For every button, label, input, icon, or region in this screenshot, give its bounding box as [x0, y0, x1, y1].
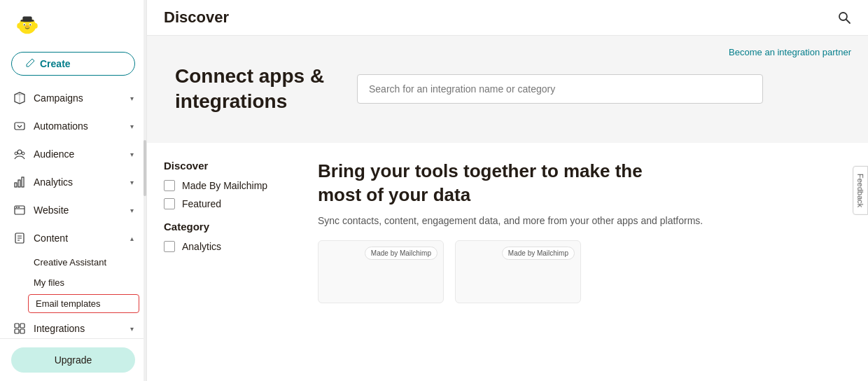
svg-rect-11: [15, 123, 24, 130]
svg-point-7: [17, 23, 21, 29]
svg-rect-16: [18, 180, 20, 187]
main-content: Discover Become an integration partner C…: [147, 0, 868, 381]
website-chevron-icon: ▾: [130, 207, 134, 214]
integrations-chevron-icon: ▾: [130, 325, 134, 333]
sidebar-item-content[interactable]: Content ▴: [0, 224, 146, 252]
top-bar: Discover: [147, 0, 868, 36]
scrollbar-thumb[interactable]: [144, 140, 146, 196]
filter-panel: Discover Made By Mailchimp Featured Cate…: [147, 160, 301, 381]
svg-point-5: [29, 25, 31, 26]
main-panel-heading: Bring your tools together to make the mo…: [318, 160, 668, 207]
content-area: Become an integration partner Connect ap…: [147, 36, 868, 381]
filter-analytics[interactable]: Analytics: [164, 241, 284, 252]
analytics-icon: [13, 175, 27, 189]
website-icon: [13, 203, 27, 217]
svg-point-14: [22, 152, 24, 155]
sidebar-item-audience[interactable]: Audience ▾: [0, 140, 146, 168]
content-icon: [13, 231, 27, 245]
sidebar-subitem-email-templates[interactable]: Email templates: [28, 294, 139, 313]
audience-icon: [13, 147, 27, 161]
sidebar-bottom: Upgrade: [0, 338, 146, 381]
made-by-badge-2: Made by Mailchimp: [502, 247, 575, 260]
upgrade-button[interactable]: Upgrade: [11, 347, 135, 373]
integration-card-2[interactable]: Made by Mailchimp: [455, 240, 581, 303]
sidebar-item-integrations[interactable]: Integrations ▾: [0, 314, 146, 338]
discover-filter-heading: Discover: [164, 160, 284, 172]
svg-point-19: [16, 207, 18, 208]
filter-made-by-mailchimp[interactable]: Made By Mailchimp: [164, 180, 284, 191]
hero-heading: Connect apps & integrations: [175, 64, 329, 115]
filter-featured[interactable]: Featured: [164, 198, 284, 209]
analytics-checkbox[interactable]: [164, 241, 175, 252]
integration-card-1[interactable]: Made by Mailchimp: [318, 240, 444, 303]
sidebar-item-campaigns[interactable]: Campaigns ▾: [0, 84, 146, 112]
hero-section: Become an integration partner Connect ap…: [147, 36, 868, 143]
svg-point-6: [25, 25, 29, 28]
automations-chevron-icon: ▾: [130, 123, 134, 130]
analytics-chevron-icon: ▾: [130, 179, 134, 186]
category-heading: Category: [164, 221, 284, 233]
svg-point-26: [839, 13, 847, 20]
mailchimp-logo-icon: [14, 11, 41, 38]
sidebar-nav: Campaigns ▾ Automations ▾ Audience ▾: [0, 84, 146, 338]
svg-rect-15: [15, 183, 17, 187]
content-chevron-icon: ▴: [130, 235, 134, 242]
automations-icon: [13, 119, 27, 133]
audience-chevron-icon: ▾: [130, 151, 134, 158]
made-by-badge-1: Made by Mailchimp: [365, 247, 438, 260]
made-by-mailchimp-checkbox[interactable]: [164, 180, 175, 191]
sidebar-item-automations[interactable]: Automations ▾: [0, 112, 146, 140]
featured-checkbox[interactable]: [164, 198, 175, 209]
main-panel-subtext: Sync contacts, content, engagement data,…: [318, 215, 710, 226]
partner-link[interactable]: Become an integration partner: [729, 47, 851, 57]
svg-point-13: [15, 152, 18, 155]
svg-point-4: [24, 25, 25, 26]
integration-search-input[interactable]: [357, 74, 763, 104]
svg-rect-25: [20, 329, 24, 333]
sidebar-item-analytics[interactable]: Analytics ▾: [0, 168, 146, 196]
lower-section: Discover Made By Mailchimp Featured Cate…: [147, 143, 868, 381]
svg-point-8: [34, 23, 38, 29]
svg-rect-24: [15, 329, 19, 333]
search-button[interactable]: [837, 11, 851, 25]
sidebar-item-website[interactable]: Website ▾: [0, 196, 146, 224]
sidebar-subitem-creative-assistant[interactable]: Creative Assistant: [0, 252, 146, 272]
pencil-icon: [26, 59, 36, 69]
sidebar-subitem-my-files[interactable]: My files: [0, 272, 146, 293]
integrations-icon: [13, 321, 27, 335]
campaigns-icon: [13, 91, 27, 105]
main-panel: Bring your tools together to make the mo…: [301, 160, 868, 381]
create-button[interactable]: Create: [11, 52, 135, 76]
search-icon: [837, 11, 851, 25]
svg-point-20: [18, 207, 20, 208]
page-title: Discover: [164, 8, 229, 27]
logo-container: [0, 0, 146, 49]
svg-point-12: [18, 150, 22, 154]
cards-row: Made by Mailchimp Made by Mailchimp: [318, 240, 851, 303]
campaigns-chevron-icon: ▾: [130, 95, 134, 102]
svg-rect-22: [15, 324, 19, 328]
svg-rect-23: [20, 324, 24, 328]
scrollbar-track: [144, 0, 146, 381]
svg-rect-17: [22, 177, 24, 187]
svg-rect-10: [21, 20, 34, 21]
feedback-tab[interactable]: Feedback: [853, 166, 868, 215]
sidebar: Create Campaigns ▾ Automations ▾: [0, 0, 147, 381]
